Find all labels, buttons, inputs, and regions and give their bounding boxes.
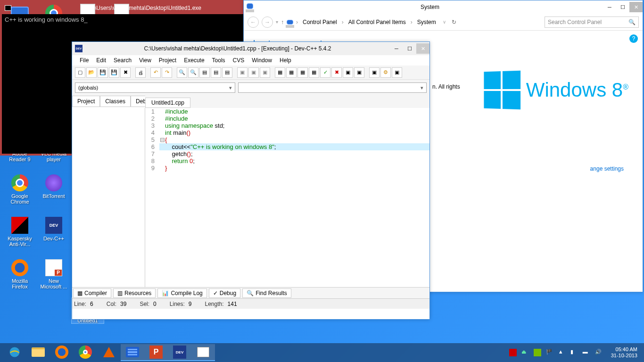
tray-battery-icon[interactable]: ▬ bbox=[583, 349, 590, 356]
tray-kaspersky-icon[interactable] bbox=[509, 349, 517, 356]
tray-network-icon[interactable]: ▮ bbox=[570, 349, 578, 356]
compilerun-icon[interactable]: ▣ bbox=[260, 67, 270, 78]
check-icon[interactable]: ✓ bbox=[320, 67, 330, 78]
code-editor[interactable]: 1#include2#include3using namespace std;4… bbox=[145, 108, 429, 287]
minimize-button[interactable]: ─ bbox=[390, 43, 403, 54]
maximize-button[interactable]: ☐ bbox=[616, 2, 629, 12]
close-icon[interactable]: ✖ bbox=[120, 67, 131, 78]
maximize-button[interactable]: ☐ bbox=[403, 43, 416, 54]
tray-volume-icon[interactable]: 🔊 bbox=[595, 349, 603, 356]
taskbar-chrome[interactable] bbox=[74, 344, 97, 361]
menu-tools[interactable]: Tools bbox=[209, 56, 228, 65]
taskbar-explorer[interactable] bbox=[26, 344, 50, 361]
menubar: File Edit Search View Project Execute To… bbox=[72, 55, 429, 66]
minimize-button[interactable]: ─ bbox=[603, 2, 616, 12]
taskbar-devcpp[interactable]: DEV bbox=[168, 344, 191, 361]
tab-resources[interactable]: ▥Resources bbox=[113, 288, 156, 298]
search-input[interactable]: Search Control Panel🔍 bbox=[545, 16, 639, 28]
members-combo[interactable] bbox=[238, 82, 427, 93]
tray-chevron-icon[interactable]: ▲ bbox=[558, 349, 566, 356]
desktop-icon-bittorrent[interactable]: BitTorrent bbox=[38, 173, 70, 199]
tray-safely-remove-icon[interactable]: ⏏ bbox=[521, 349, 529, 356]
refresh-icon[interactable]: ↻ bbox=[452, 19, 456, 25]
taskbar-vlc[interactable] bbox=[97, 344, 121, 361]
project-panel bbox=[72, 108, 145, 287]
grid1-icon[interactable]: ▦ bbox=[275, 67, 285, 78]
taskbar-powerpoint[interactable]: P bbox=[144, 344, 168, 361]
menu-search[interactable]: Search bbox=[111, 56, 134, 65]
close-button[interactable]: ✕ bbox=[629, 2, 643, 12]
bookmark2-icon[interactable]: ▤ bbox=[222, 67, 232, 78]
tab-debug[interactable]: ✓Debug bbox=[209, 288, 240, 298]
new-icon[interactable]: ▢ bbox=[75, 67, 85, 78]
profile-icon[interactable]: ▣ bbox=[354, 67, 364, 78]
nav-back-icon[interactable]: ← bbox=[248, 16, 259, 28]
taskbar-console[interactable] bbox=[191, 344, 215, 361]
taskbar-ie[interactable] bbox=[3, 344, 26, 361]
tab-project[interactable]: Project bbox=[72, 96, 100, 107]
system-titlebar[interactable]: System ─ ☐ ✕ bbox=[244, 0, 643, 14]
nav-forward-icon[interactable]: → bbox=[262, 16, 273, 28]
goto-icon[interactable]: ▤ bbox=[199, 67, 210, 78]
system-icon bbox=[247, 3, 254, 11]
crumb-allitems[interactable]: All Control Panel Items bbox=[347, 18, 408, 26]
debug-icon[interactable]: ▣ bbox=[343, 67, 353, 78]
menu-view[interactable]: View bbox=[136, 56, 154, 65]
windows-logo: Windows 8® bbox=[483, 71, 628, 109]
stop-icon[interactable]: ✖ bbox=[331, 67, 342, 78]
find-icon[interactable]: 🔍 bbox=[177, 67, 187, 78]
bookmark-icon[interactable]: ▤ bbox=[211, 67, 221, 78]
save-icon[interactable]: 💾 bbox=[98, 67, 108, 78]
nav-up-icon[interactable]: ↑ bbox=[281, 19, 284, 25]
computer-icon bbox=[287, 20, 293, 25]
devcpp-icon: DEV bbox=[75, 45, 83, 52]
close-button[interactable]: ✕ bbox=[416, 43, 429, 54]
crumb-dropdown-icon[interactable]: ∨ bbox=[443, 19, 446, 25]
grid4-icon[interactable]: ▦ bbox=[309, 67, 319, 78]
devcpp-titlebar[interactable]: DEV C:\Users\vishal mehta\Desktop\Untitl… bbox=[72, 42, 429, 55]
help-icon[interactable]: ? bbox=[629, 34, 638, 43]
tray-nvidia-icon[interactable] bbox=[534, 349, 541, 356]
menu-execute[interactable]: Execute bbox=[181, 56, 207, 65]
tool1-icon[interactable]: ▣ bbox=[369, 67, 380, 78]
debug-tab-icon: ✓ bbox=[213, 290, 218, 296]
run-icon[interactable]: ▣ bbox=[248, 67, 259, 78]
redo-icon[interactable]: ↷ bbox=[162, 67, 172, 78]
taskbar: P DEV ⏏ 🏴 ▲ ▮ ▬ 🔊 05:40 AM 31-10-2013 bbox=[0, 343, 644, 362]
print-icon[interactable]: 🖨 bbox=[135, 67, 146, 78]
tray-flag-icon[interactable]: 🏴 bbox=[546, 349, 553, 356]
desktop-icon-devcpp[interactable]: DEVDev-C++ bbox=[38, 216, 70, 241]
tool3-icon[interactable]: ▣ bbox=[392, 67, 402, 78]
menu-file[interactable]: File bbox=[77, 56, 91, 65]
menu-help[interactable]: Help bbox=[277, 56, 294, 65]
desktop-icon-chrome[interactable]: Google Chrome bbox=[4, 173, 36, 205]
nav-dropdown-icon[interactable]: ▾ bbox=[276, 19, 278, 25]
tab-classes[interactable]: Classes bbox=[100, 96, 131, 107]
tab-compilelog[interactable]: 📊Compile Log bbox=[157, 288, 206, 298]
taskbar-firefox[interactable] bbox=[50, 344, 74, 361]
crumb-system[interactable]: System bbox=[415, 18, 438, 26]
open-icon[interactable]: 📂 bbox=[86, 67, 97, 78]
compile-icon[interactable]: ▣ bbox=[237, 67, 248, 78]
tool2-icon[interactable]: ⚙ bbox=[380, 67, 391, 78]
undo-icon[interactable]: ↶ bbox=[150, 67, 161, 78]
system-title: System bbox=[257, 4, 603, 10]
menu-window[interactable]: Window bbox=[249, 56, 275, 65]
tab-compiler[interactable]: ▦Compiler bbox=[73, 288, 111, 298]
menu-cvs[interactable]: CVS bbox=[230, 56, 248, 65]
taskbar-controlpanel[interactable] bbox=[121, 344, 144, 361]
menu-edit[interactable]: Edit bbox=[93, 56, 109, 65]
grid2-icon[interactable]: ▦ bbox=[286, 67, 297, 78]
grid3-icon[interactable]: ▦ bbox=[297, 67, 308, 78]
desktop-icon-firefox[interactable]: Mozilla Firefox bbox=[4, 258, 36, 289]
crumb-controlpanel[interactable]: Control Panel bbox=[301, 18, 339, 26]
desktop-icon-powerpoint[interactable]: New Microsoft ... bbox=[38, 258, 70, 289]
menu-project[interactable]: Project bbox=[156, 56, 179, 65]
clock[interactable]: 05:40 AM 31-10-2013 bbox=[607, 346, 641, 359]
globals-combo[interactable]: (globals) bbox=[75, 82, 235, 93]
saveall-icon[interactable]: 💾 bbox=[109, 67, 119, 78]
file-tab[interactable]: Untitled1.cpp bbox=[145, 98, 190, 108]
tab-findresults[interactable]: 🔍Find Results bbox=[242, 288, 291, 298]
replace-icon[interactable]: 🔍 bbox=[188, 67, 198, 78]
desktop-icon-kaspersky[interactable]: Kaspersky Anti-Vir... bbox=[4, 216, 36, 247]
